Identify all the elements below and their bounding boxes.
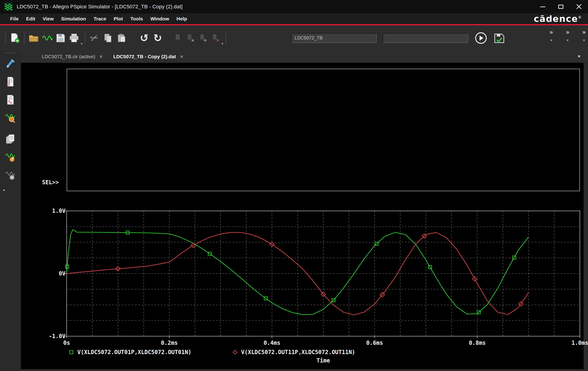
save-icon bbox=[55, 33, 66, 43]
tab-list-dropdown-icon[interactable]: ▼ bbox=[577, 54, 581, 59]
svg-text:PSpice: PSpice bbox=[8, 78, 10, 86]
probe-plot-area[interactable]: SEL>> 1.0V0V-1.0V 0s0.2ms0.4ms0.6ms0.8ms… bbox=[21, 63, 584, 369]
close-button[interactable] bbox=[570, 0, 588, 13]
menu-window[interactable]: Window bbox=[147, 13, 173, 24]
trace-disabled-button bbox=[4, 169, 17, 182]
chevron-icon: » bbox=[550, 29, 553, 35]
sidebar-collapse-icon[interactable]: ◂ bbox=[3, 188, 5, 192]
toolbar-overflow-2[interactable]: » ▾ bbox=[566, 29, 569, 42]
scissors-icon: ✂ bbox=[89, 31, 100, 45]
trace-disabled-icon bbox=[5, 170, 16, 181]
view-simulation-results-button[interactable] bbox=[40, 31, 54, 45]
waveform-icon bbox=[42, 33, 52, 43]
tab-label: LDC5072_TB.cir (active) bbox=[42, 54, 95, 60]
menu-edit[interactable]: Edit bbox=[22, 13, 39, 24]
y-tick-label: 1.0V bbox=[26, 207, 65, 214]
chevron-down-icon: ▾ bbox=[583, 38, 585, 42]
waveform-canvas[interactable] bbox=[63, 209, 584, 338]
maximize-icon bbox=[558, 5, 563, 9]
menu-plot[interactable]: Plot bbox=[110, 13, 127, 24]
menu-simulation[interactable]: Simulation bbox=[57, 13, 90, 24]
open-folder-icon bbox=[28, 33, 39, 43]
legend-entry-out11[interactable]: V(XLDC5072.OUT11P,XLDC5072.OUT11N) bbox=[232, 349, 355, 356]
menu-help[interactable]: Help bbox=[173, 13, 191, 24]
blue-pen-icon bbox=[5, 58, 16, 69]
play-icon bbox=[474, 31, 488, 45]
tab-close-icon[interactable]: × bbox=[180, 54, 183, 60]
document-tab-bar: LDC5072_TB.cir (active) × LDC5072_TB - C… bbox=[0, 50, 588, 63]
toolbar-separator bbox=[85, 33, 85, 43]
bookmark-next-button[interactable] bbox=[184, 31, 197, 45]
simulation-output-button[interactable] bbox=[4, 93, 17, 107]
bookmark-dropdown-arrow[interactable]: ▾ bbox=[221, 42, 223, 45]
toolbar-separator bbox=[24, 33, 25, 43]
chevron-icon: » bbox=[566, 29, 569, 35]
bookmark-prev-button[interactable] bbox=[197, 31, 209, 45]
toolbar-drag-handle bbox=[5, 52, 16, 53]
bookmark-next-icon bbox=[186, 33, 195, 43]
toolbar: ▾ ✂ ↺ ↻ bbox=[0, 25, 588, 50]
tab-cir-file[interactable]: LDC5072_TB.cir (active) × bbox=[42, 54, 103, 60]
bookmark-clear-button[interactable] bbox=[209, 31, 221, 45]
application-window: LDC5072_TB - Allegro PSpice Simulator - … bbox=[0, 0, 588, 371]
window-controls bbox=[534, 0, 588, 13]
diamond-marker-icon bbox=[232, 350, 238, 355]
new-file-button[interactable] bbox=[8, 31, 21, 45]
tab-label: LDC5072_TB - Copy (2).dat bbox=[113, 54, 176, 60]
menu-tools[interactable]: Tools bbox=[126, 13, 147, 24]
toolbar-overflow-area: » ▾ » ▾ » ▾ bbox=[550, 29, 586, 42]
bookmark-icon bbox=[173, 33, 182, 43]
registered-mark: ® bbox=[578, 15, 582, 20]
redo-icon: ↻ bbox=[154, 33, 162, 43]
save-results-button[interactable] bbox=[492, 31, 507, 45]
title-bar: LDC5072_TB - Allegro PSpice Simulator - … bbox=[0, 0, 588, 13]
trace-legend: V(XLDC5072.OUT01P,XLDC5072.OUT01N) V(XLD… bbox=[69, 349, 396, 356]
save-button[interactable] bbox=[54, 31, 67, 45]
tab-dat-file[interactable]: LDC5072_TB - Copy (2).dat × bbox=[113, 54, 183, 60]
legend-trace-name: V(XLDC5072.OUT01P,XLDC5072.OUT01N) bbox=[77, 349, 191, 356]
document-stack-button[interactable] bbox=[4, 132, 17, 146]
toolbar-separator bbox=[5, 33, 6, 43]
maximize-button[interactable] bbox=[552, 0, 570, 13]
menu-file[interactable]: File bbox=[7, 13, 22, 24]
run-simulation-button[interactable] bbox=[473, 30, 489, 46]
upper-plot-panel[interactable] bbox=[67, 69, 580, 191]
profile-combobox-value: LDC5072_TB bbox=[294, 35, 323, 40]
print-button[interactable] bbox=[67, 31, 81, 45]
save-check-icon bbox=[493, 32, 505, 44]
open-pspice-file-button[interactable]: PSpice bbox=[4, 75, 17, 88]
legend-trace-name: V(XLDC5072.OUT11P,XLDC5072.OUT11N) bbox=[241, 349, 355, 356]
pspice-document-icon: PSpice bbox=[5, 76, 16, 87]
print-dropdown-arrow[interactable]: ▾ bbox=[81, 42, 83, 45]
legend-entry-out01[interactable]: V(XLDC5072.OUT01P,XLDC5072.OUT01N) bbox=[69, 349, 191, 356]
menu-trace[interactable]: Trace bbox=[90, 13, 110, 24]
minimize-button[interactable] bbox=[534, 0, 552, 13]
chevron-down-icon: ▾ bbox=[550, 38, 552, 42]
print-icon bbox=[69, 33, 79, 43]
copy-button[interactable] bbox=[101, 31, 115, 45]
close-icon bbox=[576, 4, 582, 10]
toolbar-separator bbox=[225, 33, 226, 43]
bookmark-clear-icon bbox=[211, 33, 220, 43]
cut-button[interactable]: ✂ bbox=[88, 31, 101, 45]
x-tick-label: 0.6ms bbox=[358, 340, 391, 346]
trace-search-button[interactable] bbox=[4, 111, 17, 125]
undo-button[interactable]: ↺ bbox=[137, 31, 151, 45]
command-combobox[interactable] bbox=[383, 33, 468, 43]
open-file-button[interactable] bbox=[27, 31, 40, 45]
paste-button[interactable] bbox=[115, 31, 128, 45]
toolbar-overflow-3[interactable]: » ▾ bbox=[582, 29, 586, 42]
undo-icon: ↺ bbox=[140, 33, 149, 43]
trace-edit-button[interactable] bbox=[4, 150, 17, 164]
tab-close-icon[interactable]: × bbox=[99, 54, 103, 60]
bookmark-button[interactable] bbox=[171, 31, 184, 45]
annotate-button[interactable] bbox=[4, 57, 17, 70]
profile-combobox[interactable]: LDC5072_TB bbox=[291, 33, 377, 43]
redo-button[interactable]: ↻ bbox=[151, 31, 164, 45]
x-tick-label: 0.8ms bbox=[461, 340, 494, 346]
x-tick-label: 0s bbox=[50, 340, 83, 346]
toolbar-overflow-1[interactable]: » ▾ bbox=[550, 29, 553, 42]
left-toolbar: PSpice bbox=[0, 50, 21, 369]
bookmark-prev-icon bbox=[198, 33, 207, 43]
menu-view[interactable]: View bbox=[39, 13, 57, 24]
